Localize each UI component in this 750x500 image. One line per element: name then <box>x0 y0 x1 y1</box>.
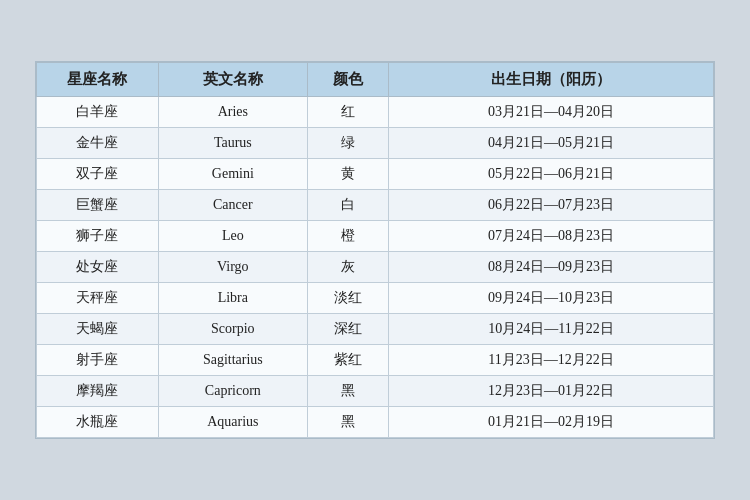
cell-english-name: Sagittarius <box>158 345 307 376</box>
cell-color: 淡红 <box>307 283 388 314</box>
cell-chinese-name: 金牛座 <box>37 128 159 159</box>
cell-chinese-name: 水瓶座 <box>37 407 159 438</box>
cell-date: 04月21日—05月21日 <box>389 128 714 159</box>
cell-english-name: Leo <box>158 221 307 252</box>
cell-color: 橙 <box>307 221 388 252</box>
table-row: 天秤座Libra淡红09月24日—10月23日 <box>37 283 714 314</box>
table-row: 处女座Virgo灰08月24日—09月23日 <box>37 252 714 283</box>
zodiac-table: 星座名称 英文名称 颜色 出生日期（阳历） 白羊座Aries红03月21日—04… <box>36 62 714 438</box>
table-row: 天蝎座Scorpio深红10月24日—11月22日 <box>37 314 714 345</box>
cell-chinese-name: 天蝎座 <box>37 314 159 345</box>
cell-color: 白 <box>307 190 388 221</box>
header-color: 颜色 <box>307 63 388 97</box>
cell-date: 08月24日—09月23日 <box>389 252 714 283</box>
cell-date: 09月24日—10月23日 <box>389 283 714 314</box>
header-english-name: 英文名称 <box>158 63 307 97</box>
cell-date: 03月21日—04月20日 <box>389 97 714 128</box>
cell-english-name: Scorpio <box>158 314 307 345</box>
table-header-row: 星座名称 英文名称 颜色 出生日期（阳历） <box>37 63 714 97</box>
cell-color: 红 <box>307 97 388 128</box>
table-body: 白羊座Aries红03月21日—04月20日金牛座Taurus绿04月21日—0… <box>37 97 714 438</box>
cell-chinese-name: 狮子座 <box>37 221 159 252</box>
cell-english-name: Libra <box>158 283 307 314</box>
cell-date: 07月24日—08月23日 <box>389 221 714 252</box>
cell-english-name: Gemini <box>158 159 307 190</box>
cell-english-name: Capricorn <box>158 376 307 407</box>
cell-color: 黄 <box>307 159 388 190</box>
table-row: 双子座Gemini黄05月22日—06月21日 <box>37 159 714 190</box>
table-row: 狮子座Leo橙07月24日—08月23日 <box>37 221 714 252</box>
table-row: 水瓶座Aquarius黑01月21日—02月19日 <box>37 407 714 438</box>
cell-color: 灰 <box>307 252 388 283</box>
table-row: 白羊座Aries红03月21日—04月20日 <box>37 97 714 128</box>
cell-chinese-name: 摩羯座 <box>37 376 159 407</box>
header-chinese-name: 星座名称 <box>37 63 159 97</box>
cell-chinese-name: 处女座 <box>37 252 159 283</box>
cell-chinese-name: 天秤座 <box>37 283 159 314</box>
table-row: 射手座Sagittarius紫红11月23日—12月22日 <box>37 345 714 376</box>
cell-date: 05月22日—06月21日 <box>389 159 714 190</box>
cell-english-name: Aquarius <box>158 407 307 438</box>
header-date: 出生日期（阳历） <box>389 63 714 97</box>
cell-english-name: Cancer <box>158 190 307 221</box>
cell-chinese-name: 白羊座 <box>37 97 159 128</box>
cell-chinese-name: 射手座 <box>37 345 159 376</box>
table-row: 巨蟹座Cancer白06月22日—07月23日 <box>37 190 714 221</box>
table-row: 摩羯座Capricorn黑12月23日—01月22日 <box>37 376 714 407</box>
cell-color: 绿 <box>307 128 388 159</box>
zodiac-table-container: 星座名称 英文名称 颜色 出生日期（阳历） 白羊座Aries红03月21日—04… <box>35 61 715 439</box>
cell-date: 01月21日—02月19日 <box>389 407 714 438</box>
cell-chinese-name: 双子座 <box>37 159 159 190</box>
table-row: 金牛座Taurus绿04月21日—05月21日 <box>37 128 714 159</box>
cell-color: 紫红 <box>307 345 388 376</box>
cell-color: 深红 <box>307 314 388 345</box>
cell-date: 10月24日—11月22日 <box>389 314 714 345</box>
cell-date: 06月22日—07月23日 <box>389 190 714 221</box>
cell-color: 黑 <box>307 407 388 438</box>
cell-date: 12月23日—01月22日 <box>389 376 714 407</box>
cell-date: 11月23日—12月22日 <box>389 345 714 376</box>
cell-english-name: Aries <box>158 97 307 128</box>
cell-english-name: Virgo <box>158 252 307 283</box>
cell-chinese-name: 巨蟹座 <box>37 190 159 221</box>
cell-color: 黑 <box>307 376 388 407</box>
cell-english-name: Taurus <box>158 128 307 159</box>
